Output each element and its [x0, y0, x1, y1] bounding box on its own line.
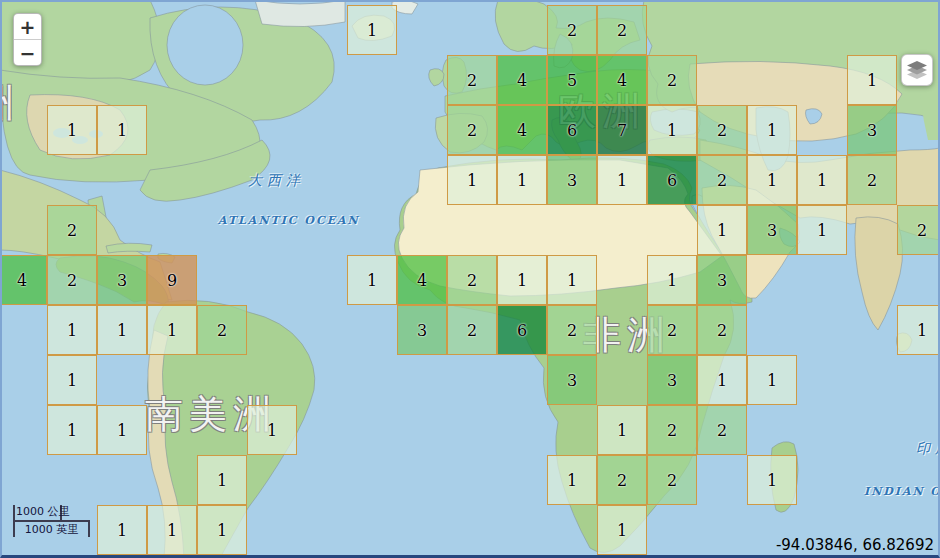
grid-cell-r5-c8[interactable]: 4 [397, 255, 447, 305]
grid-cell-r2-c17[interactable]: 3 [847, 105, 897, 155]
grid-cell-r10-c12[interactable]: 1 [597, 505, 647, 555]
grid-cell-r4-c16[interactable]: 1 [797, 205, 847, 255]
grid-cell-r5-c2[interactable]: 3 [97, 255, 147, 305]
grid-cell-r6-c11[interactable]: 2 [547, 305, 597, 355]
cell-count: 1 [817, 221, 827, 240]
layers-icon [906, 61, 928, 79]
grid-cell-r5-c3[interactable]: 9 [147, 255, 197, 305]
grid-cell-r5-c7[interactable]: 1 [347, 255, 397, 305]
grid-cell-r6-c2[interactable]: 1 [97, 305, 147, 355]
grid-cell-r8-c12[interactable]: 1 [597, 405, 647, 455]
grid-cell-r7-c13[interactable]: 3 [647, 355, 697, 405]
grid-cell-r6-c4[interactable]: 2 [197, 305, 247, 355]
map-viewport[interactable]: 北美洲欧洲非洲南美洲大西洋ATLANTIC OCEAN印度洋INDIAN OCE… [0, 0, 940, 558]
grid-cell-r2-c10[interactable]: 4 [497, 105, 547, 155]
grid-cell-r10-c3[interactable]: 1 [147, 505, 197, 555]
grid-cell-r1-c9[interactable]: 2 [447, 55, 497, 105]
zoom-in-button[interactable]: + [14, 14, 41, 39]
grid-cell-r9-c13[interactable]: 2 [647, 455, 697, 505]
grid-cell-r10-c4[interactable]: 1 [197, 505, 247, 555]
layers-button[interactable] [901, 54, 933, 86]
grid-cell-r6-c3[interactable]: 1 [147, 305, 197, 355]
cell-count: 1 [517, 271, 527, 290]
grid-cell-r4-c1[interactable]: 2 [47, 205, 97, 255]
grid-cell-r3-c17[interactable]: 2 [847, 155, 897, 205]
grid-cell-r1-c11[interactable]: 5 [547, 55, 597, 105]
grid-cell-r4-c18[interactable]: 2 [897, 205, 940, 255]
grid-cell-r9-c4[interactable]: 1 [197, 455, 247, 505]
grid-cell-r1-c12[interactable]: 4 [597, 55, 647, 105]
grid-cell-r0-c7[interactable]: 1 [347, 5, 397, 55]
cell-count: 2 [67, 271, 77, 290]
grid-cell-r2-c2[interactable]: 1 [97, 105, 147, 155]
grid-cell-r3-c9[interactable]: 1 [447, 155, 497, 205]
grid-cell-r3-c11[interactable]: 3 [547, 155, 597, 205]
grid-cell-r3-c10[interactable]: 1 [497, 155, 547, 205]
grid-cell-r1-c13[interactable]: 2 [647, 55, 697, 105]
grid-cell-r5-c13[interactable]: 1 [647, 255, 697, 305]
grid-cell-r3-c16[interactable]: 1 [797, 155, 847, 205]
grid-cell-r2-c13[interactable]: 1 [647, 105, 697, 155]
grid-cell-r6-c14[interactable]: 2 [697, 305, 747, 355]
cell-count: 2 [617, 471, 627, 490]
grid-cell-r7-c15[interactable]: 1 [747, 355, 797, 405]
grid-cell-r6-c1[interactable]: 1 [47, 305, 97, 355]
grid-cell-r7-c11[interactable]: 3 [547, 355, 597, 405]
grid-cell-r9-c15[interactable]: 1 [747, 455, 797, 505]
grid-cell-r3-c12[interactable]: 1 [597, 155, 647, 205]
grid-cell-r3-c15[interactable]: 1 [747, 155, 797, 205]
cell-count: 7 [617, 121, 627, 140]
grid-cell-r8-c13[interactable]: 2 [647, 405, 697, 455]
grid-cell-r4-c15[interactable]: 3 [747, 205, 797, 255]
grid-cell-r0-c11[interactable]: 2 [547, 5, 597, 55]
scale-control: 1000 公里 1000 英里 [13, 505, 90, 537]
scale-miles: 1000 英里 [13, 520, 90, 537]
cell-count: 4 [517, 71, 527, 90]
grid-cell-r3-c13[interactable]: 6 [647, 155, 697, 205]
cell-count: 2 [467, 71, 477, 90]
grid-cell-r8-c14[interactable]: 2 [697, 405, 747, 455]
grid-cell-r5-c0[interactable]: 4 [0, 255, 47, 305]
grid-cell-r5-c1[interactable]: 2 [47, 255, 97, 305]
grid-cell-r2-c15[interactable]: 1 [747, 105, 797, 155]
grid-cell-r6-c8[interactable]: 3 [397, 305, 447, 355]
grid-cell-r2-c14[interactable]: 2 [697, 105, 747, 155]
grid-cell-r0-c12[interactable]: 2 [597, 5, 647, 55]
grid-cell-r8-c1[interactable]: 1 [47, 405, 97, 455]
grid-cell-r1-c17[interactable]: 1 [847, 55, 897, 105]
cell-count: 1 [117, 421, 127, 440]
grid-cell-r9-c11[interactable]: 1 [547, 455, 597, 505]
grid-cell-r2-c11[interactable]: 6 [547, 105, 597, 155]
grid-cell-r10-c2[interactable]: 1 [97, 505, 147, 555]
zoom-out-button[interactable]: − [14, 39, 41, 65]
grid-cell-r6-c9[interactable]: 2 [447, 305, 497, 355]
grid-cell-r3-c14[interactable]: 2 [697, 155, 747, 205]
cell-count: 1 [517, 171, 527, 190]
cell-count: 3 [117, 271, 127, 290]
grid-cell-r4-c14[interactable]: 1 [697, 205, 747, 255]
grid-cell-r6-c13[interactable]: 2 [647, 305, 697, 355]
grid-cell-r2-c1[interactable]: 1 [47, 105, 97, 155]
cell-count: 3 [767, 221, 777, 240]
grid-cell-r8-c2[interactable]: 1 [97, 405, 147, 455]
grid-cell-r8-c5[interactable]: 1 [247, 405, 297, 455]
cell-count: 1 [467, 171, 477, 190]
grid-cell-r5-c10[interactable]: 1 [497, 255, 547, 305]
grid-cell-r1-c10[interactable]: 4 [497, 55, 547, 105]
cell-count: 1 [767, 121, 777, 140]
grid-cell-r5-c9[interactable]: 2 [447, 255, 497, 305]
grid-cell-r9-c12[interactable]: 2 [597, 455, 647, 505]
grid-cell-r5-c14[interactable]: 3 [697, 255, 747, 305]
grid-cell-r6-c10[interactable]: 6 [497, 305, 547, 355]
cell-count: 1 [617, 171, 627, 190]
grid-cell-r5-c11[interactable]: 1 [547, 255, 597, 305]
grid-cell-r7-c14[interactable]: 1 [697, 355, 747, 405]
grid-cell-r2-c12[interactable]: 7 [597, 105, 647, 155]
grid-cell-r7-c1[interactable]: 1 [47, 355, 97, 405]
cell-count: 1 [167, 321, 177, 340]
grid-cell-r2-c9[interactable]: 2 [447, 105, 497, 155]
grid-cell-r6-c18[interactable]: 1 [897, 305, 940, 355]
cell-count: 2 [617, 21, 627, 40]
cell-count: 2 [867, 171, 877, 190]
cell-count: 2 [717, 321, 727, 340]
